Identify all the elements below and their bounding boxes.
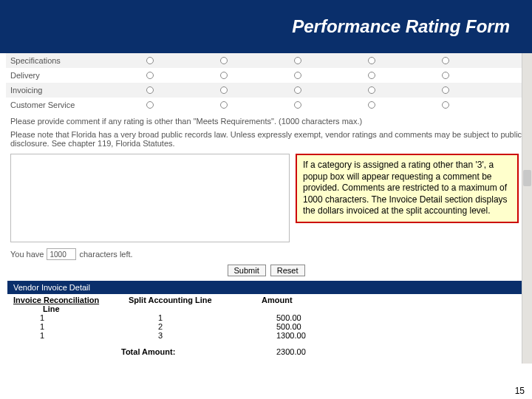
radio-option[interactable] [442, 86, 449, 94]
radio-option[interactable] [294, 86, 301, 94]
radio-option[interactable] [146, 101, 154, 109]
comment-textarea[interactable] [10, 154, 290, 242]
col-invoice-reconciliation: Invoice Reconciliation [13, 296, 99, 304]
cell-line: 1 [10, 331, 129, 340]
table-row: 1 1 500.00 [10, 313, 439, 322]
chars-count-box: 1000 [47, 248, 76, 260]
table-row: 1 2 500.00 [10, 322, 439, 331]
cell-amount: 500.00 [262, 313, 335, 322]
page-number: 15 [515, 386, 525, 396]
invoice-total-row: Total Amount: 2300.00 [10, 347, 439, 356]
radio-option[interactable] [220, 86, 228, 94]
rating-label: Delivery [6, 71, 132, 80]
col-split-accounting: Split Accounting Line [129, 296, 262, 313]
cell-line: 1 [10, 322, 129, 331]
radio-option[interactable] [368, 72, 375, 79]
instruction-public-records: Please note that Florida has a very broa… [10, 130, 526, 148]
total-value: 2300.00 [262, 347, 335, 356]
radio-option[interactable] [146, 86, 154, 94]
radio-option[interactable] [368, 57, 375, 64]
rating-row-delivery: Delivery [6, 68, 523, 83]
radio-option[interactable] [146, 72, 154, 79]
radio-option[interactable] [368, 101, 375, 109]
chars-prefix: You have [10, 250, 44, 259]
invoice-table: Invoice Reconciliation Line Split Accoun… [10, 296, 439, 356]
radio-option[interactable] [294, 57, 301, 64]
radio-option[interactable] [368, 86, 375, 94]
radio-option[interactable] [220, 57, 228, 64]
radio-option[interactable] [220, 72, 228, 79]
rating-row-specifications: Specifications [6, 53, 523, 68]
chars-suffix: characters left. [79, 250, 132, 259]
radio-option[interactable] [442, 101, 449, 109]
reset-button[interactable]: Reset [270, 265, 305, 276]
button-row: Submit Reset [0, 265, 532, 276]
rating-label: Customer Service [6, 100, 132, 109]
col-line: Line [13, 304, 60, 313]
instruction-comment: Please provide comment if any rating is … [10, 117, 526, 126]
radio-option[interactable] [220, 101, 228, 109]
rating-label: Invoicing [6, 86, 132, 95]
invoice-section-header: Vendor Invoice Detail [7, 281, 523, 294]
radio-option[interactable] [442, 72, 449, 79]
form-content: Specifications Delivery Invoicing [0, 53, 532, 356]
rating-row-customer-service: Customer Service [6, 98, 523, 112]
cell-line: 1 [10, 313, 129, 322]
cell-split: 2 [129, 322, 262, 331]
invoice-table-header: Invoice Reconciliation Line Split Accoun… [10, 296, 439, 313]
rating-label: Specifications [6, 56, 132, 65]
scrollbar-thumb[interactable] [523, 170, 531, 186]
table-row: 1 3 1300.00 [10, 331, 439, 340]
submit-button[interactable]: Submit [228, 265, 266, 276]
vertical-scrollbar[interactable] [522, 53, 532, 364]
total-label: Total Amount: [10, 347, 262, 356]
cell-amount: 500.00 [262, 322, 335, 331]
cell-split: 3 [129, 331, 262, 340]
cell-amount: 1300.00 [262, 331, 335, 340]
characters-left: You have 1000 characters left. [10, 248, 532, 260]
radio-option[interactable] [146, 57, 154, 64]
slide-header: Performance Rating Form [0, 0, 532, 53]
radio-option[interactable] [294, 72, 301, 79]
radio-option[interactable] [442, 57, 449, 64]
rating-row-invoicing: Invoicing [6, 83, 523, 98]
rating-table: Specifications Delivery Invoicing [6, 53, 523, 112]
page-title: Performance Rating Form [292, 16, 510, 37]
cell-split: 1 [129, 313, 262, 322]
col-amount: Amount [262, 296, 335, 313]
callout-box: If a category is assigned a rating other… [296, 154, 519, 223]
radio-option[interactable] [294, 101, 301, 109]
